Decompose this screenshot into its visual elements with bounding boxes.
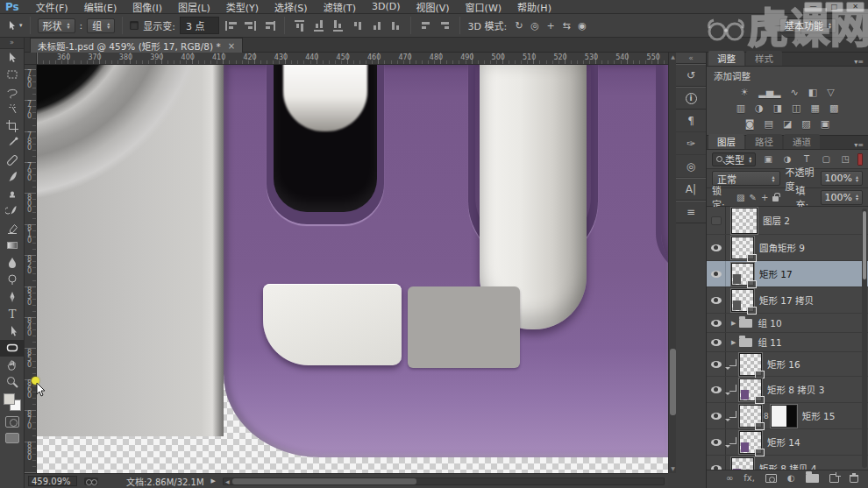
rectangular-marquee-tool[interactable] bbox=[0, 67, 25, 84]
layer-row[interactable]: 矩形 8 拷贝 4 bbox=[707, 456, 868, 470]
status-menu-arrow[interactable]: ▶ bbox=[211, 477, 216, 484]
color-swatches[interactable] bbox=[4, 393, 21, 411]
character-panel-icon[interactable]: A| bbox=[676, 178, 706, 201]
menu-item[interactable]: 类型(Y) bbox=[218, 0, 267, 14]
visibility-toggle[interactable] bbox=[707, 403, 726, 428]
screen-mode-button[interactable] bbox=[5, 433, 19, 443]
adjustment-icon[interactable]: ▥ bbox=[736, 103, 745, 114]
move-tool[interactable] bbox=[0, 49, 25, 67]
new-layer-icon[interactable] bbox=[829, 474, 839, 483]
brush-panel-icon[interactable]: ✑ bbox=[676, 132, 706, 155]
align-right-edges-icon[interactable] bbox=[264, 21, 275, 31]
layer-style-icon[interactable]: fx, bbox=[743, 474, 755, 483]
adjustment-icon[interactable]: ▂▅▂ bbox=[758, 87, 780, 98]
lasso-tool[interactable] bbox=[0, 83, 25, 101]
tool-mode-select[interactable]: 形状 bbox=[38, 18, 75, 33]
mask-link-icon[interactable]: 8 bbox=[764, 412, 769, 421]
gradient-tool[interactable] bbox=[0, 237, 25, 255]
align-v-centers-icon[interactable] bbox=[314, 20, 324, 32]
brush-tool[interactable] bbox=[0, 169, 25, 187]
adjustment-icon[interactable]: ▦ bbox=[811, 103, 820, 114]
panel-menu-icon[interactable]: ▾≡ bbox=[850, 58, 868, 66]
blur-tool[interactable] bbox=[0, 254, 25, 272]
align-top-edges-icon[interactable] bbox=[295, 20, 304, 32]
visibility-toggle[interactable] bbox=[707, 235, 726, 260]
distribute-bottom-icon[interactable] bbox=[391, 20, 401, 32]
adjustment-icon[interactable]: ◨ bbox=[773, 103, 782, 114]
lock-transparency-icon[interactable]: ▨ bbox=[736, 193, 744, 202]
adjustment-icon[interactable]: ∿ bbox=[791, 87, 799, 98]
distribute-h-centers-icon[interactable] bbox=[439, 21, 451, 31]
info-panel-icon[interactable]: i bbox=[676, 87, 706, 110]
vertical-scrollbar[interactable]: ▲ ▼ bbox=[668, 53, 676, 473]
layer-thumbnail[interactable] bbox=[739, 431, 762, 454]
layer-filter-icon[interactable]: ▣ bbox=[762, 154, 774, 164]
properties-panel-icon[interactable]: ≡ bbox=[676, 201, 706, 223]
menu-item[interactable]: 视图(V) bbox=[408, 0, 457, 14]
layer-mask-thumbnail[interactable] bbox=[771, 405, 797, 428]
dodge-tool[interactable] bbox=[0, 272, 25, 289]
horizontal-scrollbar[interactable]: ◀ bbox=[223, 477, 665, 485]
filter-toggle-switch[interactable] bbox=[857, 153, 863, 166]
group-row[interactable]: ▶ 组 10 bbox=[707, 314, 868, 333]
tool-preset-picker[interactable]: ▾ bbox=[5, 19, 23, 32]
path-selection-tool[interactable] bbox=[0, 322, 25, 340]
menu-item[interactable]: 3D(D) bbox=[364, 1, 409, 12]
new-adjustment-icon[interactable]: ◐ bbox=[787, 474, 795, 483]
expand-triangle-icon[interactable]: ▶ bbox=[731, 320, 736, 327]
scroll-left-arrow[interactable]: ◀ bbox=[224, 478, 231, 484]
hand-tool[interactable] bbox=[0, 357, 25, 374]
adjustment-icon[interactable]: ◪ bbox=[783, 118, 792, 130]
opacity-select[interactable]: 100% bbox=[821, 171, 863, 186]
menu-item[interactable]: 窗口(W) bbox=[458, 0, 509, 14]
workspace-switcher[interactable]: 基本功能 bbox=[779, 18, 836, 33]
layer-row[interactable]: 圆角矩形 9 bbox=[707, 235, 868, 261]
lock-position-icon[interactable]: + bbox=[761, 193, 768, 202]
magic-wand-tool[interactable] bbox=[0, 101, 25, 118]
align-h-centers-icon[interactable] bbox=[245, 21, 256, 31]
tab-layers[interactable]: 图层 bbox=[708, 134, 744, 149]
adjustment-icon[interactable]: ◫ bbox=[792, 103, 800, 114]
adjustment-icon[interactable]: ◑ bbox=[755, 103, 764, 114]
visibility-toggle[interactable] bbox=[707, 333, 726, 351]
panel-menu-icon[interactable]: ▾≡ bbox=[850, 141, 868, 149]
layer-thumbnail[interactable] bbox=[739, 405, 762, 428]
3d-mode-icon[interactable]: + bbox=[543, 20, 559, 32]
history-brush-tool[interactable] bbox=[0, 203, 25, 221]
tab-close-icon[interactable]: × bbox=[228, 41, 235, 51]
visibility-toggle[interactable] bbox=[707, 377, 726, 402]
layer-filter-icon[interactable]: T bbox=[800, 154, 813, 164]
tab-styles[interactable]: 样式 bbox=[746, 51, 782, 66]
layer-row-selected[interactable]: 矩形 17 bbox=[707, 261, 868, 287]
adjustment-icon[interactable]: ▽ bbox=[827, 87, 834, 98]
layer-filter-icon[interactable]: ▢ bbox=[820, 154, 832, 164]
adjustment-icon[interactable]: ◙ bbox=[745, 118, 755, 130]
visibility-toggle[interactable] bbox=[707, 261, 726, 286]
history-panel-icon[interactable]: ↺ bbox=[676, 64, 706, 87]
link-layers-icon[interactable]: ∞ bbox=[726, 474, 733, 483]
pen-tool[interactable] bbox=[0, 288, 25, 306]
horizontal-scroll-thumb[interactable] bbox=[232, 478, 416, 484]
adjustment-icon[interactable]: ▣ bbox=[821, 118, 829, 130]
new-group-icon[interactable] bbox=[806, 474, 819, 483]
visibility-toggle[interactable] bbox=[707, 314, 726, 332]
tab-adjustments[interactable]: 调整 bbox=[708, 51, 744, 66]
distribute-top-icon[interactable] bbox=[352, 20, 362, 32]
group-mode-select[interactable]: 组 bbox=[87, 18, 115, 33]
zoom-tool[interactable] bbox=[0, 374, 25, 392]
adjustment-icon[interactable]: ▤ bbox=[765, 118, 773, 130]
rounded-rectangle-tool[interactable] bbox=[0, 340, 25, 357]
fill-select[interactable]: 100% bbox=[821, 190, 863, 205]
toolbar-collapse-button[interactable]: » bbox=[0, 38, 24, 49]
spot-healing-brush-tool[interactable] bbox=[0, 152, 25, 169]
lock-paint-icon[interactable]: ✎ bbox=[750, 193, 757, 202]
adjustment-icon[interactable]: ▩ bbox=[829, 103, 838, 114]
document-tab[interactable]: 未标题-1.psd @ 459% (矩形 17, RGB/8) * × bbox=[30, 38, 243, 53]
layer-row[interactable]: 矩形 16 bbox=[707, 352, 868, 377]
tab-channels[interactable]: 通道 bbox=[784, 134, 820, 149]
visibility-toggle[interactable] bbox=[707, 456, 726, 470]
layer-thumbnail[interactable] bbox=[731, 289, 754, 312]
layer-row[interactable]: 矩形 14 bbox=[707, 429, 868, 456]
align-left-edges-icon[interactable] bbox=[225, 21, 237, 31]
document-canvas[interactable] bbox=[37, 65, 668, 473]
